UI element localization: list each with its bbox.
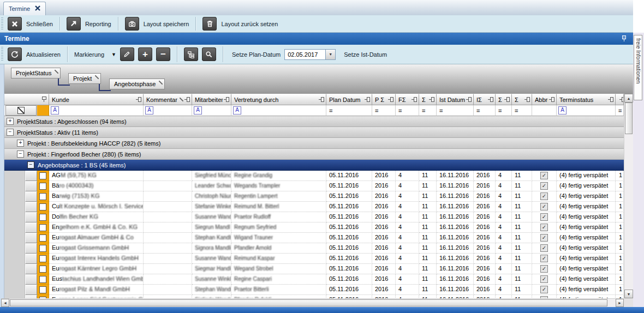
cell-f-sum[interactable]: 4 (396, 171, 419, 181)
table-row[interactable]: Bäro (4000343)Leander SchwandtWegands Tr… (4, 181, 624, 191)
cell-abbru[interactable]: ✓ (532, 212, 557, 222)
cell-ist-datum[interactable]: 16.11.2016 (437, 254, 474, 264)
horizontal-scroll-thumb[interactable] (10, 299, 607, 306)
cell-t[interactable]: 1 (616, 181, 624, 191)
cell-vertretung-durch[interactable]: Praetor Rudloff (231, 212, 326, 222)
cell-sum[interactable]: 4 (496, 285, 512, 295)
cell-sum[interactable]: 11 (512, 243, 532, 254)
cell-abbru[interactable]: ✓ (532, 202, 557, 212)
cell-i-sum[interactable]: 2016 (474, 233, 496, 243)
cell-terminstatus[interactable]: (4) fertig verspätet (557, 264, 616, 274)
row-select-cell[interactable] (37, 274, 49, 285)
expand-icon[interactable]: + (7, 118, 14, 125)
toolbar-grip[interactable] (1, 47, 3, 62)
tree-view-button[interactable] (184, 47, 198, 61)
cell-sum[interactable]: 4 (496, 202, 512, 212)
cell-p-sum[interactable]: 2016 (372, 181, 396, 191)
cell-f-sum[interactable]: 4 (396, 233, 419, 243)
filter-cell-i-sum[interactable]: = (474, 105, 496, 116)
row-select-cell[interactable] (37, 191, 49, 202)
cell-kunde[interactable]: Eustachius Landhandel Wien GmbH (49, 274, 144, 285)
group-chip-projekt[interactable]: Projekt (68, 73, 101, 84)
cell-abbru[interactable]: ✓ (532, 254, 557, 264)
cell-ist-datum[interactable]: 16.11.2016 (437, 181, 474, 191)
cell-i-sum[interactable]: 2016 (474, 274, 496, 285)
cell-abbru[interactable]: ✓ (532, 191, 557, 202)
cell-terminstatus[interactable]: (4) fertig verspätet (557, 285, 616, 295)
row-indicator[interactable] (25, 243, 37, 254)
tab-termine[interactable]: Termine (3, 2, 46, 15)
cell-terminstatus[interactable]: (4) fertig verspätet (557, 212, 616, 222)
layout-zurueck-setzen-button[interactable]: Layout zurück setzen (202, 17, 278, 31)
cell-vertretung-durch[interactable]: Pfandler Arnold (231, 243, 326, 254)
table-row[interactable]: Eustachius Landhandel Wien GmbHSusanne W… (4, 274, 624, 285)
cell-p-sum[interactable]: 2016 (372, 212, 396, 222)
cell-p-sum[interactable]: 2016 (372, 264, 396, 274)
cell-ist-datum[interactable]: 16.11.2016 (437, 191, 474, 202)
cell-sum[interactable]: 11 (512, 285, 532, 295)
column-header-f-sum[interactable]: FΣ (396, 94, 419, 105)
search-button[interactable] (202, 47, 216, 61)
cell-abbru[interactable]: ✓ (532, 222, 557, 233)
pin-icon[interactable] (365, 97, 370, 102)
group-chip-angebotsphase[interactable]: Angebotsphase (109, 79, 165, 89)
cell-kommentar[interactable] (144, 243, 192, 254)
column-header-sum-b[interactable]: Σ (496, 94, 512, 105)
cell-vertretung-durch[interactable]: Reimund M. Bitterl (231, 202, 326, 212)
cell-abbru[interactable]: ✓ (532, 171, 557, 181)
cell-sum[interactable]: 11 (512, 212, 532, 222)
markierung-dropdown[interactable]: Markierung ▼ (74, 51, 116, 58)
cell-t[interactable]: 1 (616, 212, 624, 222)
cell-sum[interactable]: 4 (496, 222, 512, 233)
table-row[interactable]: Dolfin Becher KGSusanne WandreyPraetor R… (4, 212, 624, 222)
cell-t[interactable]: 1 (616, 171, 624, 181)
cell-f-sum[interactable]: 4 (396, 181, 419, 191)
cell-i-sum[interactable]: 2016 (474, 191, 496, 202)
abbru-checkbox-checked[interactable]: ✓ (540, 265, 548, 273)
pin-icon[interactable] (619, 97, 624, 102)
cell-kunde[interactable]: Eurogast Pilz & Mandl GmbH (49, 285, 144, 295)
tab-close-icon[interactable] (35, 5, 40, 12)
filter-cell-sum-b[interactable]: = (496, 105, 512, 116)
cell-p-sum[interactable]: 2016 (372, 233, 396, 243)
cell-kommentar[interactable] (144, 274, 192, 285)
row-checkbox[interactable] (39, 214, 46, 221)
cell-t[interactable]: 1 (616, 222, 624, 233)
cell-sum[interactable]: 4 (496, 243, 512, 254)
pin-icon[interactable] (319, 97, 324, 102)
cell-p-sum[interactable]: 2016 (372, 222, 396, 233)
cell-f-sum[interactable]: 4 (396, 191, 419, 202)
cell-f-sum[interactable]: 4 (396, 202, 419, 212)
cell-kommentar[interactable] (144, 285, 192, 295)
table-row[interactable]: Eurogast Almauer GmbH & CoStephan Kandls… (4, 233, 624, 243)
cell-kommentar[interactable] (144, 254, 192, 264)
abbru-checkbox-checked[interactable]: ✓ (540, 192, 548, 200)
group-chip-projektstatus[interactable]: ProjektStatus (11, 68, 61, 79)
cell-vertretung-durch[interactable]: Regine Caspari (231, 274, 326, 285)
cell-ist-datum[interactable]: 16.11.2016 (437, 222, 474, 233)
column-header-first[interactable] (4, 94, 49, 105)
collapse-icon[interactable]: − (27, 161, 34, 168)
row-checkbox[interactable] (39, 245, 46, 252)
pin-icon[interactable] (184, 97, 190, 102)
cell-i-sum[interactable]: 2016 (474, 181, 496, 191)
row-checkbox[interactable] (39, 255, 46, 262)
cell-plan-datum[interactable]: 05.11.2016 (326, 222, 372, 233)
cell-f-sum[interactable]: 4 (396, 222, 419, 233)
row-indicator[interactable] (25, 212, 37, 222)
cell-sum[interactable]: 4 (496, 264, 512, 274)
filter-cell-sum-c[interactable]: = (512, 105, 532, 116)
cell-mitarbeiter[interactable]: Susanne Wandl (192, 254, 231, 264)
row-indicator[interactable] (25, 191, 37, 202)
cell-t[interactable]: 1 (616, 202, 624, 212)
table-row[interactable]: Engelhorn e.K. GmbH & Co. KGSiegrun Mand… (4, 222, 624, 233)
cell-ist-datum[interactable]: 16.11.2016 (437, 243, 474, 254)
group-row[interactable]: −ProjektStatus : Aktiv (11 items) (4, 127, 624, 138)
column-header-vertretung[interactable]: Vertretung durch (231, 94, 326, 105)
cell-sum[interactable]: 11 (419, 254, 437, 264)
filter-cell-kunde[interactable]: A (49, 105, 144, 116)
column-header-sum-a[interactable]: Σ (419, 94, 437, 105)
filter-cell-p-sum[interactable]: = (372, 105, 396, 116)
cell-sum[interactable]: 11 (512, 264, 532, 274)
cell-t[interactable]: 1 (616, 191, 624, 202)
